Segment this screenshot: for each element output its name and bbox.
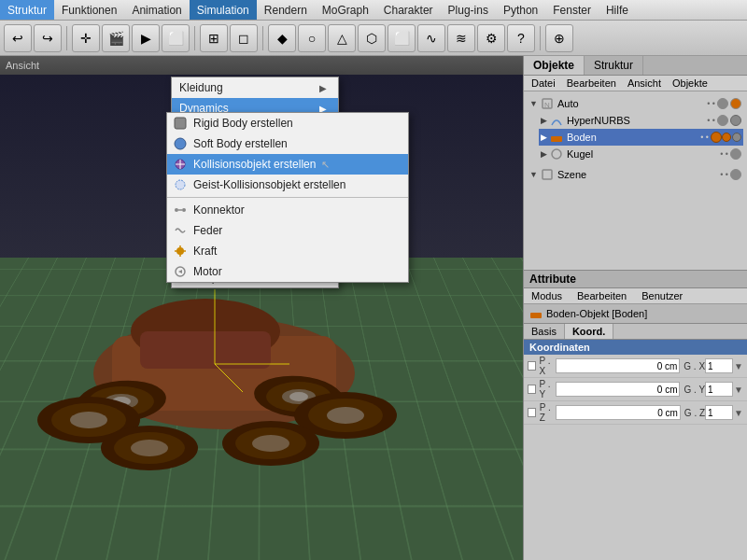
coord-arrow-gz: ▼ bbox=[734, 408, 743, 418]
menu-plugins[interactable]: Plug-ins bbox=[441, 0, 496, 20]
svg-point-37 bbox=[176, 247, 184, 255]
attr-modus[interactable]: Modus bbox=[524, 288, 570, 303]
coord-input-gz[interactable] bbox=[705, 405, 733, 420]
tab-struktur[interactable]: Struktur bbox=[585, 56, 643, 75]
coord-glabel-gz: G . Z bbox=[684, 408, 705, 418]
menu-struktur[interactable]: Struktur bbox=[0, 0, 54, 20]
coord-check-py[interactable] bbox=[528, 385, 536, 394]
auto-icon: N bbox=[540, 96, 555, 111]
undo-button[interactable]: ↩ bbox=[4, 24, 32, 52]
coord-check-px[interactable] bbox=[528, 361, 536, 371]
persp-button[interactable]: ◻ bbox=[230, 24, 258, 52]
boden-name: Boden bbox=[567, 132, 698, 143]
attr-header: Attribute bbox=[524, 271, 747, 288]
obj3-button[interactable]: △ bbox=[328, 24, 356, 52]
obj2-button[interactable]: ○ bbox=[298, 24, 326, 52]
obj-boden[interactable]: ▶ Boden • • bbox=[539, 129, 743, 146]
grid-button[interactable]: ⊞ bbox=[200, 24, 228, 52]
panel-menu-ansicht[interactable]: Ansicht bbox=[622, 77, 667, 90]
menu-hilfe[interactable]: Hilfe bbox=[599, 0, 636, 20]
submenu-kollision[interactable]: Kollisionsobjekt erstellen ↖ bbox=[167, 154, 408, 175]
obj7-button[interactable]: ≋ bbox=[447, 24, 475, 52]
expand-arrow-hyper: ▶ bbox=[541, 116, 547, 125]
move-button[interactable]: ✛ bbox=[72, 24, 100, 52]
menu-fenster[interactable]: Fenster bbox=[545, 0, 599, 20]
coord-input-pz[interactable] bbox=[556, 405, 681, 420]
obj-szene[interactable]: ▼ Szene • • bbox=[528, 166, 743, 183]
attr-bearbeiten[interactable]: Bearbeiten bbox=[570, 288, 634, 303]
menu-funktionen[interactable]: Funktionen bbox=[54, 0, 124, 20]
cursor-icon: ↖ bbox=[321, 159, 330, 171]
coord-arrow-gy: ▼ bbox=[734, 385, 743, 395]
obj1-button[interactable]: ◆ bbox=[268, 24, 296, 52]
film-button[interactable]: 🎬 bbox=[102, 24, 130, 52]
panel-menu-bearbeiten[interactable]: Bearbeiten bbox=[561, 77, 622, 90]
hyper-circle bbox=[717, 115, 728, 126]
coord-input-gx[interactable] bbox=[705, 358, 733, 373]
snap-button[interactable]: ⊕ bbox=[545, 24, 573, 52]
kraft-icon bbox=[173, 244, 188, 259]
panel-menu-objekte[interactable]: Objekte bbox=[667, 77, 713, 90]
attributes-panel: Attribute Modus Bearbeiten Benutzer Bode… bbox=[524, 271, 747, 560]
obj-hypernurbs[interactable]: ▶ HyperNURBS • • bbox=[539, 112, 743, 129]
coord-check-pz[interactable] bbox=[528, 408, 536, 417]
obj8-button[interactable]: ⚙ bbox=[477, 24, 505, 52]
rigid-body-icon bbox=[173, 116, 188, 131]
main-area: Ansicht Kleidung ▶ Dynamics ▶ Partikelsy… bbox=[0, 56, 747, 560]
attr-tab-basis[interactable]: Basis bbox=[524, 324, 565, 339]
auto-name: Auto bbox=[557, 98, 705, 109]
viewport-button[interactable]: ⬜ bbox=[162, 24, 190, 52]
menu-python[interactable]: Python bbox=[496, 0, 545, 20]
right-panel: Objekte Struktur Datei Bearbeiten Ansich… bbox=[523, 56, 747, 560]
expand-arrow-auto: ▼ bbox=[529, 99, 538, 108]
obj-auto[interactable]: ▼ N Auto • • bbox=[528, 95, 743, 112]
viewport[interactable]: Ansicht Kleidung ▶ Dynamics ▶ Partikelsy… bbox=[0, 56, 523, 560]
svg-rect-48 bbox=[530, 313, 542, 318]
floor-obj-icon bbox=[529, 307, 543, 320]
submenu-konnektor[interactable]: Konnektor bbox=[167, 200, 408, 220]
svg-point-20 bbox=[131, 440, 168, 456]
obj-kugel[interactable]: ▶ Kugel • • bbox=[539, 146, 743, 162]
panel-menu-datei[interactable]: Datei bbox=[526, 77, 561, 90]
attr-benutzer[interactable]: Benutzer bbox=[634, 288, 690, 303]
menu-animation[interactable]: Animation bbox=[124, 0, 189, 20]
expand-arrow-kugel: ▶ bbox=[541, 149, 547, 159]
submenu-feder[interactable]: Feder bbox=[167, 220, 408, 241]
coord-input-px[interactable] bbox=[556, 358, 680, 373]
szene-icon bbox=[540, 167, 555, 182]
tab-objekte[interactable]: Objekte bbox=[524, 56, 585, 75]
obj5-button[interactable]: ⬜ bbox=[388, 24, 416, 52]
menu-simulation[interactable]: Simulation bbox=[190, 0, 257, 20]
submenu-sep bbox=[167, 197, 408, 198]
coord-input-py[interactable] bbox=[556, 382, 680, 397]
motor-icon bbox=[173, 264, 188, 279]
menu-mograph[interactable]: MoGraph bbox=[315, 0, 376, 20]
render-button[interactable]: ▶ bbox=[132, 24, 160, 52]
menu-charakter[interactable]: Charakter bbox=[376, 0, 441, 20]
obj6-button[interactable]: ∿ bbox=[417, 24, 445, 52]
help-button[interactable]: ? bbox=[507, 24, 535, 52]
svg-point-14 bbox=[70, 412, 107, 428]
soft-body-icon bbox=[173, 136, 188, 151]
submenu-kraft[interactable]: Kraft bbox=[167, 241, 408, 261]
submenu-rigid-body[interactable]: Rigid Body erstellen bbox=[167, 113, 408, 133]
coord-row-pz: P . Z G . Z ▼ bbox=[524, 401, 747, 425]
dropdown-kleidung[interactable]: Kleidung ▶ bbox=[172, 77, 338, 98]
feder-icon bbox=[173, 223, 188, 238]
viewport-label: Ansicht bbox=[6, 60, 39, 71]
obj4-button[interactable]: ⬡ bbox=[358, 24, 386, 52]
submenu-geist-kollision[interactable]: Geist-Kollisionsobjekt erstellen bbox=[167, 175, 408, 195]
menu-rendern[interactable]: Rendern bbox=[257, 0, 315, 20]
menu-bar: Struktur Funktionen Animation Simulation… bbox=[0, 0, 747, 21]
geist-icon bbox=[173, 177, 188, 192]
redo-button[interactable]: ↪ bbox=[34, 24, 62, 52]
submenu-motor[interactable]: Motor bbox=[167, 261, 408, 282]
submenu-soft-body[interactable]: Soft Body erstellen bbox=[167, 133, 408, 154]
hyper-dots: • • bbox=[707, 116, 715, 125]
kugel-name: Kugel bbox=[567, 148, 718, 160]
svg-point-34 bbox=[175, 208, 178, 212]
attr-subheader: Modus Bearbeiten Benutzer bbox=[524, 288, 747, 304]
coord-input-gy[interactable] bbox=[705, 382, 733, 397]
attr-tab-koord[interactable]: Koord. bbox=[565, 324, 613, 339]
svg-point-28 bbox=[175, 138, 186, 149]
